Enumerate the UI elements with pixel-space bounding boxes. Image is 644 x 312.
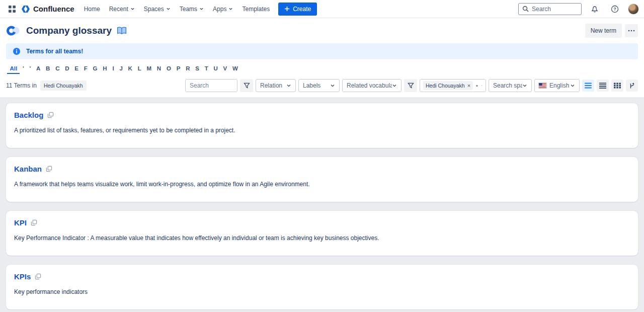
chevron-down-icon <box>199 7 204 11</box>
alphabet-filter[interactable]: U <box>211 65 220 74</box>
chevron-down-icon <box>522 83 527 88</box>
copy-icon[interactable] <box>31 219 37 226</box>
funnel-icon <box>244 83 250 89</box>
search-filter-button[interactable] <box>240 79 253 92</box>
compact-list-view-icon <box>599 83 606 89</box>
alphabet-filter[interactable]: E <box>72 65 81 74</box>
space-tag: Hedi Chouayakh <box>40 81 87 91</box>
term-description: Key performance indicators <box>14 288 630 295</box>
confluence-logo[interactable]: Confluence <box>19 5 79 13</box>
term-title-link[interactable]: Kanban <box>14 165 42 173</box>
nav-item-templates[interactable]: Templates <box>237 0 274 18</box>
clear-all-icon[interactable] <box>476 83 478 89</box>
search-space-dropdown[interactable]: Search space <box>489 79 532 92</box>
related-vocabulary-dropdown[interactable]: Related vocabulary <box>342 79 401 92</box>
glossary-app-logo-icon <box>6 25 20 37</box>
alphabet-filter[interactable]: B <box>43 65 53 74</box>
user-avatar[interactable] <box>628 4 639 15</box>
author-combobox[interactable]: Hedi Chouayakh × <box>420 79 486 92</box>
view-grid-button[interactable] <box>611 80 623 92</box>
confluence-logo-icon <box>21 5 30 13</box>
term-card[interactable]: KPI Key Performance Indicator : A measur… <box>6 211 638 256</box>
alphabet-filter[interactable]: M <box>144 65 154 74</box>
page-header: Company glossary New term Terms for all … <box>0 18 644 92</box>
chevron-down-icon <box>570 83 575 88</box>
alphabet-filter[interactable]: W <box>230 65 241 74</box>
alphabet-filter[interactable]: K <box>125 65 135 74</box>
global-search-box[interactable] <box>518 3 582 15</box>
copy-icon[interactable] <box>35 273 41 280</box>
terms-search-box[interactable] <box>185 79 237 92</box>
terms-search-input[interactable] <box>190 82 233 89</box>
term-header: KPI <box>14 218 630 227</box>
copy-icon[interactable] <box>47 112 54 118</box>
app-switcher-icon <box>9 6 16 13</box>
create-button[interactable]: Create <box>278 3 317 16</box>
alphabet-filter[interactable]: P <box>174 65 183 74</box>
alphabet-filter[interactable]: F <box>81 65 90 74</box>
us-flag-icon <box>539 83 546 88</box>
more-actions-button[interactable] <box>625 24 638 37</box>
alphabet-filter[interactable]: D <box>62 65 72 74</box>
alphabet-filter-bar: All ' ' A B C D E F G H I J K L M N O P … <box>7 65 638 74</box>
alphabet-filter[interactable]: C <box>53 65 62 74</box>
labels-dropdown[interactable]: Labels <box>298 79 340 92</box>
alphabet-filter[interactable]: ' <box>20 65 27 74</box>
notifications-button[interactable] <box>588 2 602 16</box>
top-navigation-bar: Confluence Home Recent Spaces Teams Apps… <box>0 0 644 18</box>
funnel-icon <box>408 83 414 89</box>
term-title-link[interactable]: KPI <box>14 218 27 227</box>
alphabet-filter[interactable]: N <box>154 65 164 74</box>
alphabet-filter[interactable]: V <box>220 65 229 74</box>
alphabet-filter[interactable]: A <box>34 65 43 74</box>
alphabet-filter[interactable]: ' <box>27 65 34 74</box>
language-dropdown[interactable]: English <box>534 79 580 92</box>
view-list-button[interactable] <box>582 80 594 92</box>
alphabet-filter[interactable]: R <box>183 65 193 74</box>
term-description: Key Performance Indicator : A measurable… <box>14 235 630 242</box>
alphabet-filter-all[interactable]: All <box>7 65 20 74</box>
copy-icon[interactable] <box>46 166 52 172</box>
chevron-down-icon <box>166 7 171 11</box>
help-button[interactable]: ? <box>608 2 622 16</box>
svg-text:?: ? <box>613 7 616 12</box>
view-compact-list-button[interactable] <box>597 80 609 92</box>
nav-item-teams[interactable]: Teams <box>175 0 208 18</box>
alphabet-filter[interactable]: G <box>90 65 100 74</box>
filter-toolbar: 11 Terms in Hedi Chouayakh Relation Labe… <box>6 79 638 92</box>
term-title-link[interactable]: KPIs <box>14 272 31 281</box>
alphabet-filter[interactable]: L <box>135 65 144 74</box>
vocabulary-filter-button[interactable] <box>404 79 417 92</box>
alphabet-filter[interactable]: I <box>110 65 117 74</box>
grid-view-icon <box>614 83 621 89</box>
app-switcher-button[interactable] <box>5 2 19 16</box>
global-search-input[interactable] <box>532 6 577 13</box>
term-header: Kanban <box>14 165 630 173</box>
question-icon: ? <box>611 5 619 13</box>
term-card[interactable]: Backlog A prioritized list of tasks, fea… <box>6 103 638 148</box>
chevron-down-icon <box>286 83 291 88</box>
chevron-down-icon <box>392 83 397 88</box>
term-card[interactable]: KPIs Key performance indicators <box>6 265 638 309</box>
branch-view-icon <box>629 83 635 89</box>
alphabet-filter[interactable]: O <box>164 65 174 74</box>
view-tree-button[interactable] <box>626 80 638 92</box>
term-card[interactable]: Kanban A framework that helps teams visu… <box>6 157 638 202</box>
nav-item-spaces[interactable]: Spaces <box>139 0 175 18</box>
nav-item-home[interactable]: Home <box>79 0 105 18</box>
alphabet-filter[interactable]: S <box>193 65 202 74</box>
title-actions: New term <box>585 24 638 38</box>
nav-item-apps[interactable]: Apps <box>208 0 237 18</box>
alphabet-filter[interactable]: H <box>100 65 110 74</box>
alphabet-filter[interactable]: T <box>202 65 211 74</box>
nav-item-recent[interactable]: Recent <box>105 0 139 18</box>
chevron-down-icon <box>481 83 482 88</box>
remove-author-icon[interactable]: × <box>467 83 470 89</box>
term-description: A framework that helps teams visualize w… <box>14 181 630 188</box>
term-title-link[interactable]: Backlog <box>14 111 43 119</box>
info-banner: Terms for all teams! <box>6 43 638 59</box>
alphabet-filter[interactable]: J <box>117 65 125 74</box>
new-term-button[interactable]: New term <box>585 24 622 38</box>
relation-dropdown[interactable]: Relation <box>256 79 296 92</box>
term-header: Backlog <box>14 111 630 119</box>
